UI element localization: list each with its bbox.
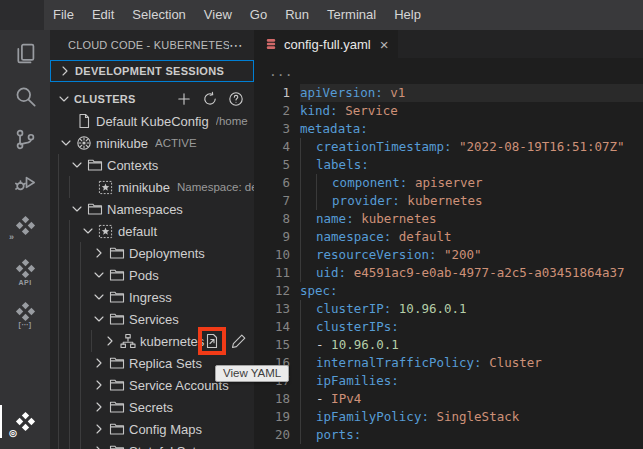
folder-icon xyxy=(86,157,103,173)
token: - xyxy=(316,391,331,406)
close-icon[interactable]: × xyxy=(380,37,389,52)
help-button[interactable] xyxy=(228,91,244,107)
token: Service xyxy=(338,103,398,118)
tab-config-full-yaml[interactable]: config-full.yaml × xyxy=(254,30,398,58)
tooltip-view-yaml: View YAML xyxy=(215,365,289,382)
token: spec: xyxy=(300,283,338,298)
code-line-10[interactable]: 10resourceVersion: "200" xyxy=(254,246,643,264)
tree-item-namespaces[interactable]: Namespaces xyxy=(50,198,254,220)
line-content: ports: xyxy=(300,426,643,444)
menu-view[interactable]: View xyxy=(195,0,241,30)
cloud-integrations-button[interactable]: [⋯] xyxy=(0,290,50,333)
tree-item-minikube[interactable]: minikubeNamespace: de xyxy=(50,176,254,198)
menu-go[interactable]: Go xyxy=(241,0,276,30)
cloud-code-button[interactable]: » xyxy=(0,204,50,247)
tree-item-default-kubeconfig[interactable]: Default KubeConfig/home xyxy=(50,110,254,132)
tree-item-label: Config Maps xyxy=(129,422,202,437)
menu-help[interactable]: Help xyxy=(385,0,430,30)
tree-item-deployments[interactable]: Deployments xyxy=(50,242,254,264)
menu-run[interactable]: Run xyxy=(276,0,318,30)
refresh-button[interactable] xyxy=(202,91,218,107)
folder-icon xyxy=(108,421,125,437)
tree-item-stateful-sets[interactable]: Stateful Sets xyxy=(50,440,254,449)
tree-item-kubernetes[interactable]: kubernetes xyxy=(50,330,254,352)
indent-guide xyxy=(69,330,80,352)
tree-item-default[interactable]: default xyxy=(50,220,254,242)
cloud-apis-button[interactable]: API xyxy=(0,247,50,290)
code-line-17[interactable]: 17ipFamilies: xyxy=(254,372,643,390)
code-line-20[interactable]: 20ports: xyxy=(254,426,643,444)
menu-selection[interactable]: Selection xyxy=(123,0,194,30)
add-cluster-button[interactable] xyxy=(176,91,192,107)
tree-item-label: Deployments xyxy=(129,246,205,261)
line-content: namespace: default xyxy=(300,228,643,246)
code-line-1[interactable]: 1apiVersion: v1 xyxy=(254,84,643,102)
breadcrumb[interactable]: ... xyxy=(254,58,643,84)
token: 10.96.0.1 xyxy=(331,337,399,352)
code-line-11[interactable]: 11uid: e4591ac9-e0ab-4977-a2c5-a03451864… xyxy=(254,264,643,282)
cloud-apis-sub-label: API xyxy=(18,279,31,286)
code-line-12[interactable]: 12spec: xyxy=(254,282,643,300)
indent-guide xyxy=(58,440,69,449)
cloud-code-kubernetes-button[interactable]: ◎ xyxy=(0,400,50,443)
menu-terminal[interactable]: Terminal xyxy=(318,0,385,30)
indent-guide xyxy=(58,330,69,352)
line-number: 11 xyxy=(254,264,290,282)
tree-item-contexts[interactable]: Contexts xyxy=(50,154,254,176)
indent-guide xyxy=(80,440,91,449)
line-content: spec: xyxy=(300,282,643,300)
code-line-14[interactable]: 14clusterIPs: xyxy=(254,318,643,336)
more-actions-icon[interactable]: ⋯ xyxy=(229,37,244,53)
yaml-file-icon xyxy=(264,37,278,51)
line-content: metadata: xyxy=(300,120,643,138)
line-number: 5 xyxy=(254,156,290,174)
code-line-9[interactable]: 9namespace: default xyxy=(254,228,643,246)
chevron-down-icon xyxy=(69,201,85,217)
code-area[interactable]: 1apiVersion: v12kind: Service3metadata:4… xyxy=(254,84,643,444)
indent-guide xyxy=(300,408,316,426)
indent-guide xyxy=(300,174,316,192)
token: v1 xyxy=(383,85,406,100)
section-actions xyxy=(176,91,254,107)
code-line-6[interactable]: 6component: apiserver xyxy=(254,174,643,192)
tree-item-pods[interactable]: Pods xyxy=(50,264,254,286)
view-yaml-button[interactable] xyxy=(204,333,220,349)
source-control-button[interactable] xyxy=(0,118,50,161)
code-line-16[interactable]: 16internalTrafficPolicy: Cluster xyxy=(254,354,643,372)
token: 10.96.0.1 xyxy=(391,301,466,316)
indent-guide xyxy=(316,192,332,210)
line-number: 15 xyxy=(254,336,290,354)
section-development-sessions[interactable]: DEVELOPMENT SESSIONS xyxy=(50,60,254,82)
code-line-15[interactable]: 15- 10.96.0.1 xyxy=(254,336,643,354)
tree-item-services[interactable]: Services xyxy=(50,308,254,330)
menu-edit[interactable]: Edit xyxy=(83,0,123,30)
tree-item-label: Default KubeConfig xyxy=(96,114,209,129)
explorer-button[interactable] xyxy=(0,32,50,75)
section-clusters[interactable]: CLUSTERS xyxy=(50,88,254,110)
folder-icon xyxy=(108,355,125,371)
token: clusterIPs: xyxy=(316,319,399,334)
run-and-debug-button[interactable] xyxy=(0,161,50,204)
code-line-8[interactable]: 8name: kubernetes xyxy=(254,210,643,228)
run-and-debug-icon xyxy=(14,171,37,194)
code-line-13[interactable]: 13clusterIP: 10.96.0.1 xyxy=(254,300,643,318)
tree-item-minikube[interactable]: minikubeACTIVE xyxy=(50,132,254,154)
chevron-spacer xyxy=(58,113,74,129)
code-line-19[interactable]: 19ipFamilyPolicy: SingleStack xyxy=(254,408,643,426)
code-line-3[interactable]: 3metadata: xyxy=(254,120,643,138)
menu-file[interactable]: File xyxy=(44,0,83,30)
code-line-18[interactable]: 18- IPv4 xyxy=(254,390,643,408)
search-button[interactable] xyxy=(0,75,50,118)
folder-icon xyxy=(108,399,125,415)
code-line-2[interactable]: 2kind: Service xyxy=(254,102,643,120)
edit-button[interactable] xyxy=(231,333,247,349)
indent-guide xyxy=(300,210,316,228)
tree-item-ingress[interactable]: Ingress xyxy=(50,286,254,308)
tree-item-secrets[interactable]: Secrets xyxy=(50,396,254,418)
indent-guide xyxy=(80,330,91,352)
tree-item-config-maps[interactable]: Config Maps xyxy=(50,418,254,440)
code-line-4[interactable]: 4creationTimestamp: "2022-08-19T16:51:07… xyxy=(254,138,643,156)
token: apiVersion: xyxy=(300,85,383,100)
code-line-5[interactable]: 5labels: xyxy=(254,156,643,174)
code-line-7[interactable]: 7provider: kubernetes xyxy=(254,192,643,210)
